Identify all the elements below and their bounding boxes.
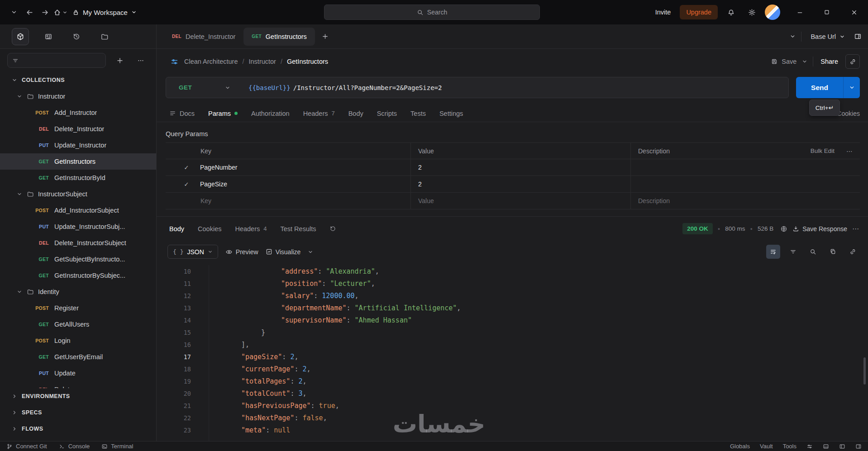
- bulk-edit-button[interactable]: Bulk Edit: [811, 147, 835, 154]
- sidebar-section-environments[interactable]: ENVIRONMENTS: [0, 388, 156, 404]
- environment-quick-look-icon[interactable]: [854, 33, 862, 40]
- breadcrumb-item[interactable]: Clean Architecture: [184, 58, 238, 65]
- request-item-delete[interactable]: DELDelete: [0, 381, 156, 388]
- save-options-chevron-icon[interactable]: [802, 59, 807, 64]
- response-tab-body[interactable]: Body: [169, 225, 184, 233]
- request-item-update_instructorsubj...[interactable]: PUTUpdate_InstructorSubj...: [0, 218, 156, 235]
- status-badge[interactable]: 200 OK: [682, 223, 713, 234]
- minimize-button[interactable]: [792, 5, 807, 20]
- save-button[interactable]: Save: [771, 58, 796, 65]
- collections-nav-button[interactable]: [12, 28, 29, 45]
- preview-button[interactable]: Preview: [225, 248, 258, 256]
- link-body-button[interactable]: [846, 245, 860, 259]
- close-button[interactable]: [846, 5, 862, 20]
- sidebar-more-button[interactable]: [134, 54, 148, 67]
- request-item-add_instructor[interactable]: POSTAdd_Instructor: [0, 104, 156, 121]
- visualize-button[interactable]: Visualize: [266, 248, 301, 256]
- code-line[interactable]: 20"totalCount": 3,: [157, 387, 868, 399]
- param-value[interactable]: 2: [418, 164, 422, 171]
- response-tab-test-results[interactable]: Test Results: [281, 225, 316, 233]
- history-nav-button[interactable]: [68, 28, 85, 45]
- connect-git-button[interactable]: Connect Git: [6, 443, 47, 450]
- search-in-body-button[interactable]: [806, 245, 820, 259]
- body-format-selector[interactable]: { } JSON: [167, 245, 218, 259]
- request-item-getallusers[interactable]: GETGetAllUsers: [0, 316, 156, 332]
- terminal-button[interactable]: Terminal: [101, 443, 133, 450]
- workspace-menu[interactable]: My Workspace: [68, 6, 141, 19]
- chevron-down-icon[interactable]: [308, 249, 313, 255]
- code-line[interactable]: 15}: [157, 326, 868, 338]
- save-response-button[interactable]: Save Response: [792, 225, 847, 233]
- request-item-update[interactable]: PUTUpdate: [0, 365, 156, 381]
- param-value[interactable]: 2: [418, 180, 422, 188]
- invite-button[interactable]: Invite: [652, 6, 675, 19]
- copy-link-button[interactable]: [845, 54, 860, 69]
- code-line[interactable]: 18"currentPage": 2,: [157, 363, 868, 375]
- globals-button[interactable]: Globals: [730, 443, 750, 450]
- request-item-getuserbyemail[interactable]: GETGetUserByEmail: [0, 349, 156, 365]
- response-size[interactable]: 526 B: [758, 225, 773, 232]
- share-button[interactable]: Share: [819, 58, 840, 65]
- back-icon[interactable]: [22, 5, 37, 20]
- param-description-placeholder[interactable]: Description: [638, 197, 670, 204]
- copy-body-button[interactable]: [826, 245, 840, 259]
- api-card-nav-button[interactable]: [40, 28, 57, 45]
- param-row[interactable]: ✓ PageNumber 2: [166, 159, 860, 176]
- tab-overflow-chevron-icon[interactable]: [790, 33, 796, 39]
- code-line[interactable]: 13"departmentName": "Artificial Intellig…: [157, 302, 868, 314]
- request-tab-tests[interactable]: Tests: [410, 110, 426, 117]
- request-item-register[interactable]: POSTRegister: [0, 300, 156, 316]
- request-item-login[interactable]: POSTLogin: [0, 332, 156, 349]
- response-history-icon[interactable]: [329, 225, 336, 232]
- request-tab-headers[interactable]: Headers7: [303, 110, 335, 117]
- param-value-placeholder[interactable]: Value: [418, 197, 434, 204]
- request-item-getinstructorbyid[interactable]: GETGetInstructorById: [0, 170, 156, 186]
- response-more-icon[interactable]: ⋯: [852, 225, 860, 233]
- request-tab-body[interactable]: Body: [348, 110, 363, 117]
- code-line[interactable]: 19"totalPages": 2,: [157, 375, 868, 387]
- code-line[interactable]: 10"address": "Alexandria",: [157, 265, 868, 277]
- cookies-link[interactable]: Cookies: [837, 110, 860, 117]
- new-tab-button[interactable]: [318, 29, 333, 44]
- network-globe-icon[interactable]: [780, 225, 787, 233]
- avatar[interactable]: [765, 5, 780, 20]
- sidebar-add-button[interactable]: [113, 54, 127, 67]
- param-row[interactable]: ✓ PageSize 2: [166, 176, 860, 193]
- code-line[interactable]: 14"supervisorName": "Ahmed Hassan": [157, 314, 868, 326]
- request-tab-delete-instructor[interactable]: DEL Delete_Instructor: [164, 28, 243, 46]
- settings-button[interactable]: [744, 5, 759, 20]
- request-tab-docs[interactable]: Docs: [169, 110, 195, 117]
- collection-folder-instructorsubject[interactable]: InstructorSubject: [0, 186, 156, 202]
- panel-left-icon[interactable]: [839, 443, 845, 450]
- request-item-delete_instructor[interactable]: DELDelete_Instructor: [0, 121, 156, 137]
- environment-selector[interactable]: Base Url: [807, 30, 849, 43]
- request-item-add_instructorsubject[interactable]: POSTAdd_InstructorSubject: [0, 202, 156, 218]
- sidebar-filter-input[interactable]: [7, 53, 106, 68]
- param-key[interactable]: PageNumber: [200, 164, 238, 171]
- vault-button[interactable]: Vault: [760, 443, 773, 450]
- workspace-switcher-chevron-icon[interactable]: [6, 5, 22, 20]
- sidebar-section-flows[interactable]: FLOWS: [0, 421, 156, 437]
- request-item-update_instructor[interactable]: PUTUpdate_Instructor: [0, 137, 156, 153]
- send-button[interactable]: Send: [796, 77, 860, 98]
- request-tab-authorization[interactable]: Authorization: [251, 110, 290, 117]
- request-item-getinstructors[interactable]: GETGetInstructors: [0, 153, 156, 170]
- upgrade-button[interactable]: Upgrade: [680, 5, 718, 19]
- checkbox-checked[interactable]: ✓: [183, 164, 190, 171]
- console-button[interactable]: Console: [59, 443, 90, 450]
- collection-folder-identity[interactable]: Identity: [0, 284, 156, 300]
- request-tab-getinstructors[interactable]: GET GetInstructors: [243, 28, 315, 46]
- maximize-button[interactable]: [819, 5, 835, 20]
- collections-section-header[interactable]: COLLECTIONS: [0, 72, 156, 88]
- request-item-getsubjectbyinstructo...[interactable]: GETGetSubjectByInstructo...: [0, 251, 156, 267]
- wrap-text-button[interactable]: [766, 245, 780, 259]
- files-nav-button[interactable]: [96, 28, 113, 45]
- panel-bottom-icon[interactable]: [823, 443, 829, 450]
- response-time[interactable]: 800 ms: [725, 225, 745, 232]
- request-item-getinstructorbysubjec...[interactable]: GETGetInstructorBySubjec...: [0, 267, 156, 284]
- param-key-placeholder[interactable]: Key: [200, 197, 211, 204]
- method-selector[interactable]: GET: [166, 84, 238, 91]
- request-item-delete_instructorsubject[interactable]: DELDelete_InstructorSubject: [0, 235, 156, 251]
- tools-button[interactable]: Tools: [783, 443, 796, 450]
- sliders-icon[interactable]: [806, 443, 813, 450]
